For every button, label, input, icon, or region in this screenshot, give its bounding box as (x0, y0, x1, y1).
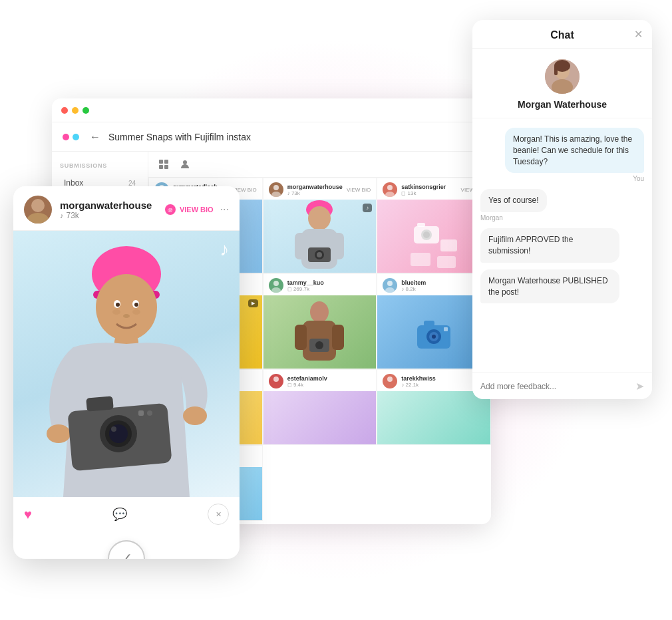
svg-rect-0 (159, 160, 163, 164)
profile-followers: ♪ 73k (60, 211, 152, 220)
view-bio-button[interactable]: VIEW BIO (180, 206, 214, 214)
approve-button[interactable]: ✓ (108, 540, 145, 559)
message-sender-1: You (505, 175, 644, 182)
svg-rect-53 (424, 321, 434, 326)
footer-heart-action[interactable]: ♥ (24, 507, 32, 522)
traffic-light-green[interactable] (83, 107, 89, 114)
creator-avatar-estefaniamolv (269, 374, 283, 388)
creator-avatar-tammy-kuo (269, 278, 283, 293)
message-3: Fujifilm APPROVED the submission! (480, 228, 619, 263)
chat-input[interactable] (480, 382, 630, 391)
svg-point-71 (116, 303, 120, 307)
svg-rect-32 (437, 256, 456, 268)
chat-contact-name: Morgan Waterhouse (518, 99, 607, 110)
svg-point-63 (27, 213, 49, 224)
creator-name-tarekkhwiss: tarekkhwiss (401, 375, 436, 382)
profile-tiktok-icon: ♪ (60, 212, 64, 220)
person-view-icon[interactable] (178, 157, 192, 172)
svg-point-29 (423, 232, 430, 238)
grid-cell-morganwaterhouse[interactable]: morganwaterhouse ♪ 73k VIEW BIO (263, 178, 377, 273)
creator-avatar-satkinsonsgrier (383, 182, 397, 197)
creator-name-morganwaterhouse: morganwaterhouse (287, 184, 343, 190)
svg-point-62 (31, 199, 45, 212)
traffic-light-yellow[interactable] (72, 107, 79, 114)
content-toolbar (148, 152, 491, 178)
traffic-light-red[interactable] (61, 107, 68, 114)
svg-point-73 (123, 314, 130, 318)
app-logo (63, 134, 79, 140)
campaign-title: Summer Snaps with Fujifilm instax (108, 132, 251, 142)
profile-card-header: morganwaterhouse ♪ 73k @ VIEW BIO ··· (13, 186, 240, 231)
svg-rect-47 (332, 325, 344, 350)
chat-messages: Morgan! This is amazing, love the beanie… (472, 118, 652, 373)
creator-followers-morganwaterhouse: ♪ 73k (287, 190, 343, 196)
grid-view-icon[interactable] (156, 157, 171, 172)
app-header: ← Summer Snaps with Fujifilm instax ↗ (52, 122, 491, 152)
svg-point-24 (387, 185, 393, 190)
grid-cell-tammy-kuo[interactable]: tammy__kuo ◻ 269.7k (263, 273, 377, 369)
submission-image-tammy-kuo (263, 295, 377, 369)
chat-input-area: ➤ (472, 373, 652, 399)
svg-rect-78 (86, 396, 114, 411)
creator-followers-blue-camera: ♪ 8.2k (401, 286, 426, 292)
footer-decline-action[interactable]: ✕ (208, 504, 229, 525)
svg-rect-2 (159, 165, 163, 169)
submission-image-tarekkhwiss (377, 391, 490, 444)
message-4: Morgan Waterhouse PUBLISHED the post! (480, 269, 619, 304)
creator-name-blue-camera: blueitem (401, 279, 426, 286)
creator-info-estefaniamolv: estefaniamolv ◻ 9.4k (263, 370, 377, 391)
logo-dot-blue (73, 134, 79, 140)
svg-rect-57 (444, 327, 448, 331)
creator-avatar-blue-camera (383, 278, 397, 293)
more-options-icon[interactable]: ··· (220, 204, 229, 216)
svg-rect-3 (164, 165, 168, 169)
creator-name-estefaniamolv: estefaniamolv (287, 375, 327, 382)
svg-rect-83 (138, 410, 144, 416)
message-bubble-1: Morgan! This is amazing, love the beanie… (505, 128, 644, 173)
svg-point-25 (385, 192, 395, 197)
approve-overlay-button: ✓ (108, 540, 145, 559)
svg-point-68 (132, 309, 140, 315)
creator-name-tammy-kuo: tammy__kuo (287, 279, 324, 286)
profile-card-footer: ♥ 💬 ✓ ✕ (13, 497, 240, 532)
app-nav: ← Summer Snaps with Fujifilm instax ↗ (90, 131, 480, 143)
footer-comment-action[interactable]: 💬 (112, 507, 127, 522)
svg-point-51 (385, 287, 395, 293)
svg-point-43 (271, 287, 281, 293)
chat-send-button[interactable]: ➤ (635, 380, 644, 392)
svg-point-56 (432, 335, 436, 339)
chat-contact-avatar (545, 59, 580, 94)
svg-rect-31 (411, 253, 430, 266)
svg-point-4 (183, 160, 187, 164)
chat-close-button[interactable]: ✕ (634, 29, 643, 40)
profile-name: morganwaterhouse (60, 200, 152, 211)
tiktok-badge-morgan: ♪ (363, 204, 372, 212)
message-1: Morgan! This is amazing, love the beanie… (505, 128, 644, 182)
logo-dot-pink (63, 134, 69, 140)
view-bio-link-morganwaterhouse[interactable]: VIEW BIO (347, 187, 371, 193)
decline-x-icon: ✕ (216, 510, 222, 519)
browser-titlebar (52, 98, 491, 122)
profile-image-area: ♪ (13, 231, 240, 497)
chat-contact: Morgan Waterhouse (472, 49, 652, 118)
message-2: Yes of course! Morgan (480, 189, 547, 222)
svg-point-42 (273, 281, 279, 286)
sidebar-badge-inbox: 24 (128, 180, 136, 187)
svg-rect-1 (164, 160, 168, 164)
svg-point-15 (271, 192, 281, 197)
message-bubble-4: Morgan Waterhouse PUBLISHED the post! (480, 269, 619, 304)
svg-rect-20 (332, 233, 344, 259)
svg-point-76 (183, 406, 207, 425)
svg-point-49 (315, 341, 323, 349)
creator-name-satkinsonsgrier: satkinsonsgrier (401, 184, 446, 190)
svg-rect-19 (295, 233, 307, 259)
back-button[interactable]: ← (90, 131, 100, 143)
chat-title: Chat (550, 29, 574, 41)
svg-rect-27 (417, 223, 425, 227)
svg-point-23 (317, 252, 322, 257)
message-bubble-2: Yes of course! (480, 189, 547, 212)
svg-point-66 (96, 274, 157, 341)
decline-button[interactable]: ✕ (208, 504, 229, 525)
grid-cell-estefaniamolv[interactable]: estefaniamolv ◻ 9.4k (263, 369, 377, 445)
svg-rect-89 (554, 66, 558, 75)
